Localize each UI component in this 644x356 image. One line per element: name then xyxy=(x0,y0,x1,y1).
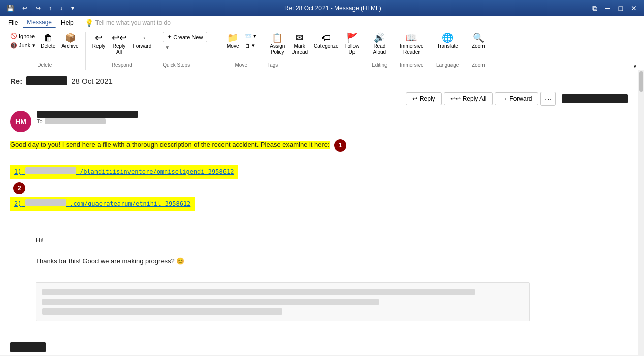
junk-btn[interactable]: 📵 Junk ▾ xyxy=(8,41,37,50)
reply-all-action-icon: ↩↩ xyxy=(450,95,461,102)
signature-redacted xyxy=(10,342,46,352)
forward-ribbon-btn[interactable]: → Forward xyxy=(131,32,154,51)
reply-action-label: Reply xyxy=(420,95,435,102)
ribbon-group-language: 🌐 Translate Language xyxy=(430,32,465,70)
reply-all-label: ReplyAll xyxy=(113,43,126,55)
scrollbar-thumb[interactable] xyxy=(639,71,643,92)
up-qat-btn[interactable]: ↑ xyxy=(46,4,54,13)
zoom-btn[interactable]: 🔍 Zoom xyxy=(469,32,488,51)
move-sub2-icon: 🗒 xyxy=(245,43,250,49)
immersive-reader-btn[interactable]: 📖 ImmersiveReader xyxy=(397,32,426,57)
zoom-buttons: 🔍 Zoom xyxy=(469,32,488,60)
categorize-btn[interactable]: 🏷 Categorize xyxy=(311,32,341,51)
editing-group-label: Editing xyxy=(370,61,389,68)
sender-row: HM To xyxy=(10,111,628,132)
menu-help[interactable]: Help xyxy=(57,18,78,28)
email-link1[interactable]: 1) /blanditiisinventore/omniseligendi-39… xyxy=(10,165,238,179)
move-btn[interactable]: 📁 Move xyxy=(223,32,242,51)
annotation-badge-2: 2 xyxy=(13,182,25,194)
sender-name-block xyxy=(37,111,628,118)
ribbon-group-move: 📁 Move 📨 ▾ 🗒 ▾ Move xyxy=(219,32,263,70)
ignore-btn[interactable]: 🚫 Ignore xyxy=(8,32,37,40)
quick-steps-buttons: ✦ Create New ▼ xyxy=(163,32,215,60)
respond-group-label: Respond xyxy=(90,61,154,68)
language-buttons: 🌐 Translate xyxy=(434,32,460,60)
link2-url[interactable]: .com/quaeratearum/etnihil-3958612 xyxy=(70,200,190,207)
junk-label: Junk ▾ xyxy=(19,42,35,49)
translate-label: Translate xyxy=(437,43,458,49)
hi-text: Hi! xyxy=(36,236,44,244)
reply-thanks: Thanks for this! Good we are making prog… xyxy=(36,256,628,267)
move-label: Move xyxy=(227,43,239,49)
junk-icon: 📵 xyxy=(10,42,17,49)
subject-redacted xyxy=(26,76,67,85)
move-sub2-label: ▾ xyxy=(252,42,255,49)
email-greeting: Good day to you! xyxy=(10,141,62,149)
ribbon-group-immersive: 📖 ImmersiveReader Immersive xyxy=(393,32,430,70)
reply-all-ribbon-btn[interactable]: ↩↩ ReplyAll xyxy=(109,32,130,57)
quick-steps-expand[interactable]: ▼ xyxy=(163,44,172,51)
read-aloud-label: ReadAloud xyxy=(373,43,387,55)
reply-hi: Hi! xyxy=(36,235,628,246)
reply-all-action-btn[interactable]: ↩↩ Reply All xyxy=(444,92,493,105)
archive-btn[interactable]: 📦 Archive xyxy=(59,32,81,51)
move-sub1-btn[interactable]: 📨 ▾ xyxy=(243,32,259,40)
translate-btn[interactable]: 🌐 Translate xyxy=(434,32,460,51)
window-controls: ⧉ ─ □ ✕ xyxy=(589,3,640,14)
tags-buttons: 📋 AssignPolicy ✉ MarkUnread 🏷 Categorize… xyxy=(267,32,362,60)
more-actions-btn[interactable]: ··· xyxy=(540,92,556,106)
thanks-text: Thanks for this! Good we are making prog… xyxy=(36,257,184,265)
assign-policy-icon: 📋 xyxy=(272,33,283,42)
restore-btn[interactable]: ⧉ xyxy=(589,3,600,14)
link1-url[interactable]: /blanditiisinventore/omniseligendi-39586… xyxy=(80,168,234,175)
forward-action-label: Forward xyxy=(509,95,532,102)
ribbon-group-zoom: 🔍 Zoom Zoom xyxy=(465,32,492,70)
follow-up-btn[interactable]: 🚩 FollowUp xyxy=(342,32,362,57)
ribbon-group-quick-steps: ✦ Create New ▼ Quick Steps xyxy=(158,32,219,70)
ribbon-group-editing: 🔊 ReadAloud Editing xyxy=(366,32,393,70)
email-link2[interactable]: 2) .com/quaeratearum/etnihil-3958612 xyxy=(10,197,195,211)
sender-info: To xyxy=(37,111,628,124)
archive-icon: 📦 xyxy=(65,33,76,42)
ribbon-collapse-btn[interactable]: ∧ xyxy=(630,62,640,70)
sender-timestamp-block xyxy=(562,94,628,103)
undo-qat-btn[interactable]: ↩ xyxy=(20,4,30,13)
menu-search: 💡 Tell me what you want to do xyxy=(85,19,171,27)
minimize-btn[interactable]: ─ xyxy=(602,3,614,13)
delete-btn[interactable]: 🗑 Delete xyxy=(38,32,58,51)
read-aloud-icon: 🔊 xyxy=(374,33,385,42)
move-sub2-btn[interactable]: 🗒 ▾ xyxy=(243,41,259,50)
email-body: Re: 28 Oct 2021 ↩ Reply ↩↩ Reply All → F… xyxy=(0,70,638,355)
reply-action-btn[interactable]: ↩ Reply xyxy=(406,92,442,105)
reply-label: Reply xyxy=(92,43,106,49)
link2-container: 2) .com/quaeratearum/etnihil-3958612 xyxy=(10,197,628,211)
immersive-group-label: Immersive xyxy=(397,61,426,68)
assign-policy-btn[interactable]: 📋 AssignPolicy xyxy=(267,32,287,57)
link1-container: 1) /blanditiisinventore/omniseligendi-39… xyxy=(10,165,628,194)
link1-redacted xyxy=(25,167,76,174)
mark-unread-icon: ✉ xyxy=(296,33,303,42)
mark-unread-btn[interactable]: ✉ MarkUnread xyxy=(288,32,310,57)
create-new-btn[interactable]: ✦ Create New xyxy=(163,32,207,42)
scrollbar[interactable] xyxy=(638,70,644,355)
maximize-btn[interactable]: □ xyxy=(616,3,626,13)
avatar: HM xyxy=(10,111,31,132)
menu-file[interactable]: File xyxy=(4,18,22,28)
menu-message[interactable]: Message xyxy=(23,17,56,28)
email-reply-content: Hi! Thanks for this! Good we are making … xyxy=(10,235,628,355)
window-title: Re: 28 Oct 2021 - Message (HTML) xyxy=(77,5,589,12)
more-qat-btn[interactable]: ▾ xyxy=(69,4,77,13)
read-aloud-btn[interactable]: 🔊 ReadAloud xyxy=(370,32,389,57)
delete-group-label: Delete xyxy=(8,61,81,68)
close-btn[interactable]: ✕ xyxy=(628,3,640,13)
reply-ribbon-btn[interactable]: ↩ Reply xyxy=(90,32,108,51)
save-qat-btn[interactable]: 💾 xyxy=(4,4,17,13)
follow-up-label: FollowUp xyxy=(344,43,359,55)
down-qat-btn[interactable]: ↓ xyxy=(57,4,66,13)
reply-all-action-label: Reply All xyxy=(463,95,487,102)
redo-qat-btn[interactable]: ↪ xyxy=(33,4,43,13)
ribbon-group-tags: 📋 AssignPolicy ✉ MarkUnread 🏷 Categorize… xyxy=(263,32,366,70)
categorize-label: Categorize xyxy=(314,43,338,49)
forward-label: Forward xyxy=(133,43,152,49)
forward-action-btn[interactable]: → Forward xyxy=(495,92,538,105)
